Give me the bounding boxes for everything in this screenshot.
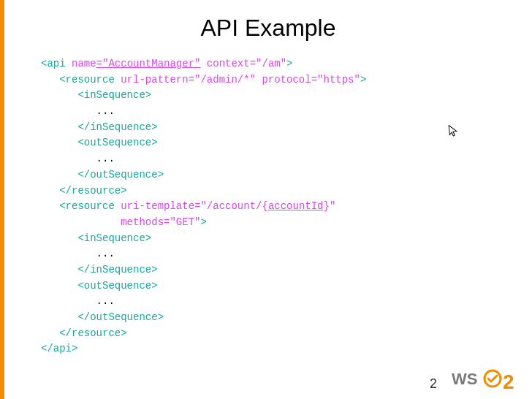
code-line: <inSequence> <box>41 232 151 244</box>
code-pad <box>41 216 121 228</box>
code-value: ="/account/{ <box>194 200 268 212</box>
code-line: > <box>200 216 206 228</box>
code-line: </outSequence> <box>41 311 164 323</box>
code-line: <outSequence> <box>41 280 158 292</box>
cursor-icon <box>448 123 460 140</box>
code-line: </resource> <box>41 185 127 197</box>
code-line: <inSequence> <box>41 89 151 101</box>
logo-check-icon <box>488 376 497 381</box>
code-value: ="https" <box>311 74 360 86</box>
code-line: ... <box>41 153 115 164</box>
code-line: <resource <box>41 200 121 212</box>
slide-title: API Example <box>4 15 532 42</box>
logo-text-2: 2 <box>503 370 514 390</box>
logo-text-ws: WS <box>452 370 477 388</box>
code-line: <api <box>41 58 72 69</box>
code-line: ... <box>41 248 115 259</box>
code-line: </api> <box>41 343 77 354</box>
wso2-logo: WS 2 <box>452 368 519 393</box>
code-line: </inSequence> <box>41 121 158 133</box>
code-value: ="AccountManager" <box>96 58 201 69</box>
code-attr: protocol <box>256 74 311 86</box>
code-value: ="/admin/*" <box>189 74 256 86</box>
code-attr: context <box>200 58 249 69</box>
page-number: 2 <box>430 376 437 392</box>
code-attr: methods <box>121 216 164 228</box>
code-line: > <box>360 74 366 86</box>
slide: API Example <api name="AccountManager" c… <box>0 0 532 399</box>
code-line: </outSequence> <box>41 169 164 180</box>
code-block: <api name="AccountManager" context="/am"… <box>4 56 532 357</box>
code-value: }" <box>324 200 336 212</box>
code-line: > <box>286 58 292 69</box>
code-line: ... <box>41 105 115 117</box>
code-value: accountId <box>268 200 324 212</box>
code-line: </resource> <box>41 327 127 339</box>
code-line: <outSequence> <box>41 137 158 148</box>
code-line: ... <box>41 295 115 307</box>
code-value: ="GET" <box>164 216 200 228</box>
code-attr: uri-template <box>121 200 194 212</box>
code-value: ="/am" <box>250 58 286 69</box>
code-line: <resource <box>41 74 121 86</box>
code-attr: url-pattern <box>121 74 188 86</box>
code-attr: name <box>72 58 96 69</box>
code-line: </inSequence> <box>41 264 158 276</box>
